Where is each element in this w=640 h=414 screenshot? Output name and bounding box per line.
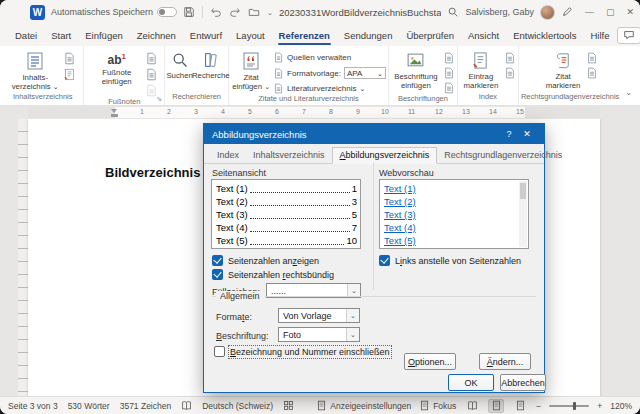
tab-referenzen[interactable]: Referenzen (272, 24, 337, 46)
tab-zeichnen[interactable]: Zeichnen (130, 24, 183, 46)
modify-button[interactable]: Ändern... (479, 353, 531, 370)
show-page-numbers-checkbox[interactable]: Seitenzahlen anzeigen (212, 255, 319, 266)
print-layout-button[interactable] (488, 399, 504, 413)
tab-datei[interactable]: Datei (8, 24, 44, 46)
word-logo-icon[interactable]: W (30, 5, 45, 20)
tab-hilfe[interactable]: Hilfe (583, 24, 616, 46)
tab-ueberpruefen[interactable]: Überprüfen (399, 24, 461, 46)
comments-button[interactable] (617, 27, 640, 44)
dialog-tab-abbildungsverzeichnis[interactable]: Abbildungsverzeichnis (332, 147, 438, 164)
dialog-launcher-icon[interactable]: ⇘ (156, 95, 162, 103)
scrollbar-thumb[interactable] (520, 183, 526, 199)
caption-dropdown[interactable]: Foto ⌄ (278, 327, 360, 342)
next-footnote-icon[interactable] (145, 68, 158, 81)
checkbox-checked-icon[interactable] (212, 255, 223, 266)
mark-citation-button[interactable]: Zitat markieren (542, 49, 584, 90)
right-align-page-numbers-checkbox[interactable]: Seitenzahlen rechtsbündig (212, 269, 334, 280)
tab-entwicklertools[interactable]: Entwicklertools (506, 24, 583, 46)
print-preview-box[interactable]: Text (1)1 Text (2)3 Text (3)5 Text (4)7 … (211, 179, 361, 249)
checkbox-unchecked-icon[interactable] (214, 346, 225, 357)
update-toc-icon[interactable] (63, 68, 76, 81)
close-icon[interactable]: ✕ (626, 7, 634, 17)
zoom-slider[interactable] (549, 405, 589, 407)
document-title[interactable]: 20230331WordBildverzeichnisBuchstabenSta… (279, 7, 441, 18)
insert-table-of-figures-icon[interactable] (443, 52, 455, 64)
tab-entwurf[interactable]: Entwurf (183, 24, 229, 46)
tab-sendungen[interactable]: Sendungen (337, 24, 400, 46)
insert-index-icon[interactable] (504, 52, 516, 64)
display-settings-button[interactable]: Anzeigeeinstellungen (316, 400, 411, 411)
macro-record-icon[interactable] (283, 400, 294, 411)
include-label-number-checkbox[interactable]: Bezeichnung und Nummer einschließen (214, 346, 390, 357)
search-button[interactable]: Suchen (166, 49, 192, 81)
vertical-ruler[interactable] (18, 119, 28, 396)
zoom-level[interactable]: 120% (610, 401, 632, 411)
zoom-in-icon[interactable]: + (597, 401, 602, 411)
autosave-toggle[interactable] (157, 7, 177, 17)
zoom-slider-thumb[interactable] (573, 402, 576, 410)
insert-caption-button[interactable]: Beschriftung einfügen (391, 49, 441, 90)
zoom-out-icon[interactable]: − (536, 401, 541, 411)
collapse-ribbon-chevron-icon[interactable]: ⌄ (621, 46, 638, 105)
char-count[interactable]: 3571 Zeichen (120, 401, 172, 411)
style-combobox[interactable]: APA⌄ (344, 67, 386, 79)
scrollbar[interactable] (519, 181, 527, 247)
search-icon[interactable] (447, 6, 459, 18)
dialog-tab-index[interactable]: Index (210, 148, 246, 163)
dialog-tab-inhaltsverzeichnis[interactable]: Inhaltsverzeichnis (246, 148, 332, 163)
proofing-icon[interactable] (181, 400, 192, 411)
open-folder-icon[interactable] (248, 6, 260, 18)
checkbox-checked-icon[interactable] (212, 269, 223, 280)
group-rechtsgrundlagen: Zitat markieren Rechtsgrundlagenverzeich… (519, 46, 621, 105)
insert-table-of-authorities-icon[interactable] (586, 52, 598, 64)
indent-marker[interactable] (111, 109, 118, 117)
ribbon-tab-row: Datei Start Einfügen Zeichnen Entwurf La… (0, 24, 640, 46)
insert-citation-button[interactable]: Zitat einfügen ⌄ (231, 49, 271, 91)
tab-start[interactable]: Start (44, 24, 78, 46)
avatar[interactable] (540, 5, 555, 20)
insert-endnote-icon[interactable] (145, 52, 158, 65)
links-instead-of-pages-checkbox[interactable]: Links anstelle von Seitenzahlen (379, 255, 521, 266)
minimize-icon[interactable]: — (585, 7, 594, 17)
researcher-button[interactable]: Recherche (195, 49, 227, 81)
save-icon[interactable] (183, 6, 195, 18)
cross-reference-icon[interactable] (443, 82, 455, 94)
tab-ansicht[interactable]: Ansicht (461, 24, 506, 46)
mark-entry-button[interactable]: Eintrag markieren (460, 49, 502, 90)
ok-button[interactable]: OK (448, 374, 494, 391)
account-area[interactable]: Salvisberg, Gaby (465, 5, 555, 20)
dialog-help-icon[interactable]: ? (500, 129, 518, 139)
options-button[interactable]: Optionen... (404, 353, 456, 370)
maximize-icon[interactable]: ▢ (606, 7, 615, 17)
update-table-icon[interactable] (443, 67, 455, 79)
autosave-control[interactable]: Automatisches Speichern (51, 7, 177, 17)
insert-footnote-button[interactable]: ab1 Fußnote einfügen (91, 49, 143, 86)
update-index-icon[interactable] (504, 67, 516, 79)
web-preview-box[interactable]: Text (1) Text (2) Text (3) Text (4) Text… (379, 179, 529, 249)
formats-dropdown[interactable]: Von Vorlage ⌄ (278, 308, 360, 323)
undo-icon[interactable] (210, 6, 222, 18)
tab-einfuegen[interactable]: Einfügen (78, 24, 130, 46)
focus-button[interactable]: Fokus (419, 400, 456, 411)
update-table-of-authorities-icon[interactable] (586, 67, 598, 79)
manage-sources-button[interactable]: Quellen verwalten (273, 52, 386, 63)
dialog-tab-rechtsgrundlagenverzeichnis[interactable]: Rechtsgrundlagenverzeichnis (437, 148, 569, 163)
customize-qat-chevron-icon[interactable]: ⌄ (267, 9, 273, 16)
bibliography-button[interactable]: Literaturverzeichnis ⌄ (273, 83, 386, 94)
read-mode-icon (467, 400, 478, 411)
horizontal-ruler[interactable]: 1 2 3 4 5 6 7 8 9 10 11 12 13 14 15 (28, 107, 600, 118)
language-indicator[interactable]: Deutsch (Schweiz) (202, 401, 273, 411)
redo-icon[interactable] (229, 6, 241, 18)
toc-button[interactable]: Inhalts- verzeichnis ⌄ (9, 49, 61, 91)
word-count[interactable]: 530 Wörter (68, 401, 110, 411)
dialog-title-bar[interactable]: Abbildungsverzeichnis ? ✕ (204, 124, 544, 144)
cancel-button[interactable]: Abbrechen (500, 374, 546, 391)
read-mode-button[interactable] (464, 399, 480, 413)
dialog-close-icon[interactable]: ✕ (518, 129, 536, 139)
page-indicator[interactable]: Seite 3 von 3 (8, 401, 58, 411)
add-text-icon[interactable] (63, 52, 76, 65)
web-layout-button[interactable] (512, 399, 528, 413)
checkbox-checked-icon[interactable] (379, 255, 390, 266)
tab-layout[interactable]: Layout (229, 24, 272, 46)
pen-mode-icon[interactable] (561, 6, 573, 18)
